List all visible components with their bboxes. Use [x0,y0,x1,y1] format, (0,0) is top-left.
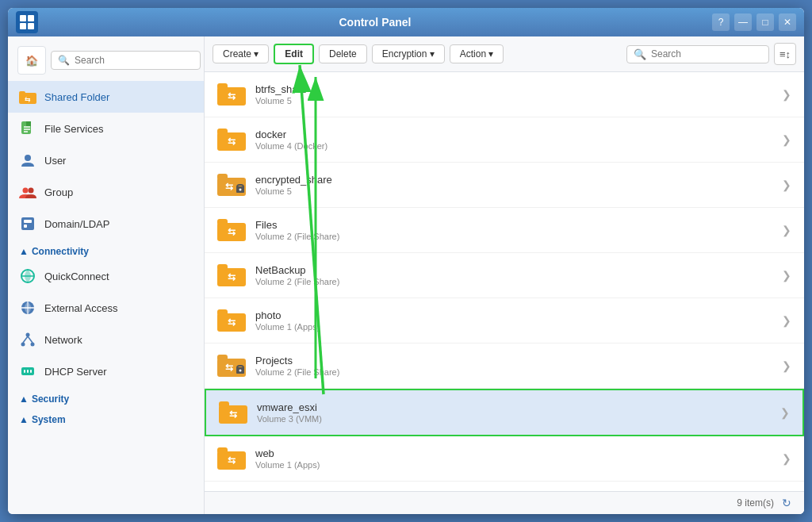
folder-chevron-btrfs: ❯ [782,88,791,101]
sidebar: 🏠 🔍 ⇆ Shared Folder [8,36,205,514]
toolbar: Create ▾ Edit Delete Encryption ▾ Action… [205,36,804,72]
folder-info-docker: docker Volume 4 (Docker) [255,129,772,151]
folder-item-netbackup[interactable]: ⇆ NetBackup Volume 2 (File Share) ❯ [205,253,804,298]
svg-rect-51 [217,309,228,316]
svg-point-25 [31,343,35,347]
sidebar-item-shared-folder[interactable]: ⇆ Shared Folder [8,81,204,113]
maximize-button[interactable]: □ [756,13,774,31]
sidebar-item-network-label: Network [44,334,82,346]
folder-info-web: web Volume 1 (Apps) [255,447,772,470]
folder-icon-wrap-web: ⇆ [217,444,246,473]
main-content: 🏠 🔍 ⇆ Shared Folder [8,36,804,514]
sidebar-item-file-services[interactable]: File Services [8,113,204,144]
folder-item-docker[interactable]: ⇆ docker Volume 4 (Docker) ❯ [205,117,804,163]
sidebar-item-quickconnect-label: QuickConnect [44,271,109,282]
group-icon [19,183,36,201]
sidebar-item-quickconnect[interactable]: QuickConnect [8,260,204,292]
folder-icon-wrap-docker: ⇆ [217,125,246,154]
svg-rect-31 [30,370,32,373]
folder-item-encrypted-share[interactable]: ⇆ encrypted_share Volume 5 ❯ [205,163,804,208]
svg-rect-3 [28,23,34,29]
folder-info-vmware: vmware_esxi Volume 3 (VMM) [257,401,771,424]
svg-line-26 [23,336,28,343]
sidebar-top-row: 🏠 🔍 [8,36,204,81]
sidebar-item-external-access[interactable]: External Access [8,292,204,324]
folder-icon-wrap-btrfs: ⇆ [217,80,246,109]
svg-rect-30 [27,370,29,373]
svg-text:⇆: ⇆ [225,181,233,192]
svg-rect-1 [28,15,34,21]
sidebar-item-group-label: Group [44,186,73,198]
sidebar-item-user-label: User [44,155,66,167]
sidebar-item-domain-ldap-label: Domain/LDAP [44,218,109,230]
action-button[interactable]: Action ▾ [450,44,504,63]
toolbar-search-icon: 🔍 [634,48,646,60]
folder-sub-photo: Volume 1 (Apps) [255,322,772,332]
sidebar-item-network[interactable]: Network [8,324,204,355]
svg-rect-39 [217,174,228,180]
edit-button[interactable]: Edit [274,44,314,64]
svg-point-43 [239,189,242,191]
sort-button[interactable]: ≡↕ [774,43,796,65]
system-section-header[interactable]: ▲ System [8,408,204,428]
svg-text:⇆: ⇆ [228,226,236,237]
connectivity-section-header[interactable]: ▲ Connectivity [8,240,204,260]
folder-info-netbackup: NetBackup Volume 2 (File Share) [255,264,772,286]
help-button[interactable]: ? [712,13,730,31]
folder-sub-vmware: Volume 3 (VMM) [257,414,771,424]
window-title: Control Panel [38,16,712,29]
minimize-button[interactable]: — [734,13,752,31]
create-button[interactable]: Create ▾ [213,44,269,63]
folder-chevron-netbackup: ❯ [782,269,791,282]
folder-item-projects[interactable]: ⇆ Projects Volume 2 (File Share) ❯ [205,344,804,389]
svg-text:⇆: ⇆ [228,455,236,466]
toolbar-search-input[interactable] [651,48,770,59]
folder-item-files[interactable]: ⇆ Files Volume 2 (File Share) ❯ [205,208,804,253]
svg-text:⇆: ⇆ [225,362,233,373]
network-icon [19,331,36,348]
svg-rect-60 [219,401,229,408]
folder-sub-btrfs: Volume 5 [255,96,772,106]
folder-list: ⇆ btrfs_share Volume 5 ❯ [205,72,804,491]
toolbar-search-box[interactable]: 🔍 [626,45,769,63]
folder-chevron-projects: ❯ [782,359,791,372]
sidebar-item-dhcp-server[interactable]: DHCP Server [8,355,204,387]
sidebar-search-input[interactable] [75,55,193,66]
folder-name-encrypted: encrypted_share [255,174,772,186]
security-section-header[interactable]: ▲ Security [8,387,204,408]
sidebar-item-domain-ldap[interactable]: Domain/LDAP [8,208,204,240]
refresh-button[interactable]: ↻ [782,497,791,509]
svg-point-14 [29,188,34,194]
dhcp-icon [19,363,36,380]
sidebar-search-box[interactable]: 🔍 [51,51,201,70]
folder-name-docker: docker [255,129,772,140]
folder-name-projects: Projects [255,355,772,367]
delete-button[interactable]: Delete [319,44,367,63]
home-button[interactable]: 🏠 [17,46,46,75]
folder-item-photo[interactable]: ⇆ photo Volume 1 (Apps) ❯ [205,298,804,344]
folder-item-btrfs-share[interactable]: ⇆ btrfs_share Volume 5 ❯ [205,72,804,117]
folder-item-vmware-esxi[interactable]: ⇆ vmware_esxi Volume 3 (VMM) ❯ [205,389,804,436]
encryption-button[interactable]: Encryption ▾ [372,44,445,63]
sidebar-item-group[interactable]: Group [8,176,204,208]
svg-rect-8 [26,121,31,126]
svg-text:⇆: ⇆ [228,90,236,102]
folder-sub-netbackup: Volume 2 (File Share) [255,277,772,286]
folder-name-vmware: vmware_esxi [257,401,771,413]
folder-icon-wrap-netbackup: ⇆ [217,261,246,290]
close-button[interactable]: ✕ [779,13,796,31]
sidebar-item-file-services-label: File Services [44,123,103,135]
svg-rect-45 [217,219,228,225]
window-controls: ? — □ ✕ [712,13,796,31]
folder-sub-projects: Volume 2 (File Share) [255,367,772,377]
svg-point-12 [25,155,31,161]
external-access-icon [19,299,36,317]
sidebar-item-user[interactable]: User [8,144,204,176]
svg-rect-48 [217,264,228,271]
folder-item-web[interactable]: ⇆ web Volume 1 (Apps) ❯ [205,436,804,482]
folder-chevron-web: ❯ [782,452,791,465]
svg-rect-54 [217,355,228,361]
security-chevron-icon: ▲ [19,393,29,405]
svg-text:⇆: ⇆ [229,409,237,420]
svg-rect-15 [21,217,34,230]
